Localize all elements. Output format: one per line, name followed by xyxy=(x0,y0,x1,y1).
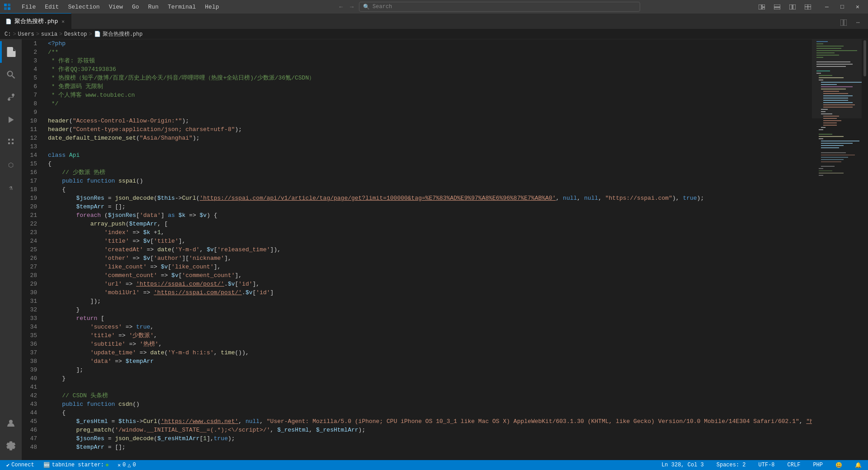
breadcrumb-file[interactable]: 聚合热搜榜.php xyxy=(103,30,143,38)
tab-bar: 📄 聚合热搜榜.php ✕ ⋯ xyxy=(0,14,868,29)
line-num-22: 22 xyxy=(22,220,41,228)
svg-rect-64 xyxy=(821,152,846,153)
menu-view[interactable]: View xyxy=(105,3,127,11)
status-bell[interactable]: 🔔 xyxy=(852,460,864,470)
search-bar[interactable]: 🔍 Search xyxy=(359,2,640,12)
layout-btn-3[interactable] xyxy=(786,0,799,14)
status-git-branch[interactable]: ✔ Connect xyxy=(4,460,37,470)
activity-extensions[interactable] xyxy=(0,132,22,153)
code-line-23: 'index' => $k +1, xyxy=(48,228,812,237)
line-num-48: 48 xyxy=(22,443,41,451)
code-line-13 xyxy=(48,142,812,151)
svg-rect-3 xyxy=(8,7,10,10)
activity-source-control[interactable] xyxy=(0,86,22,108)
activity-run[interactable] xyxy=(0,109,22,131)
menu-edit[interactable]: Edit xyxy=(41,3,62,11)
activity-testing[interactable]: ⚗ xyxy=(0,177,22,198)
activity-settings[interactable] xyxy=(0,435,22,456)
line-num-39: 39 xyxy=(22,366,41,374)
status-connect-label: Connect xyxy=(11,462,34,468)
svg-rect-45 xyxy=(823,104,855,105)
line-num-35: 35 xyxy=(22,331,41,340)
status-feedback[interactable]: 😃 xyxy=(833,460,845,470)
svg-rect-65 xyxy=(821,155,855,155)
line-num-28: 28 xyxy=(22,271,41,280)
line-num-15: 15 xyxy=(22,160,41,168)
line-num-32: 32 xyxy=(22,306,41,314)
line-num-36: 36 xyxy=(22,340,41,348)
status-errors[interactable]: ✕ 0 △ 0 xyxy=(115,460,139,470)
line-num-42: 42 xyxy=(22,391,41,400)
svg-rect-20 xyxy=(816,43,823,44)
editor-scrollbar[interactable] xyxy=(862,39,868,460)
layout-btn-4[interactable] xyxy=(801,0,815,14)
line-num-19: 19 xyxy=(22,194,41,202)
line-num-47: 47 xyxy=(22,434,41,443)
nav-forward-button[interactable]: → xyxy=(348,3,355,11)
activity-remote-explorer[interactable]: ⬡ xyxy=(0,154,22,176)
svg-rect-29 xyxy=(816,66,846,67)
tab-active[interactable]: 📄 聚合热搜榜.php ✕ xyxy=(0,13,71,29)
layout-btn-1[interactable] xyxy=(755,0,769,14)
code-line-24: 'title' => $v['title'], xyxy=(48,237,812,245)
menu-file[interactable]: File xyxy=(18,3,39,11)
menu-help[interactable]: Help xyxy=(201,3,222,11)
svg-rect-4 xyxy=(759,5,761,9)
tab-file-icon: 📄 xyxy=(5,19,12,24)
status-line-ending[interactable]: CRLF xyxy=(785,460,803,470)
activity-explorer[interactable] xyxy=(0,41,22,63)
code-line-5: * 热搜榜（知乎/微博/百度/历史上的今天/抖音/哔哩哔哩（热搜+全站日榜)/少… xyxy=(48,74,812,82)
more-actions-button[interactable]: ⋯ xyxy=(852,16,864,29)
status-tabnine[interactable]: 🆕 tabnine starter: xyxy=(41,460,111,470)
activity-bar: ⬡ ⚗ xyxy=(0,39,22,460)
status-position[interactable]: Ln 328, Col 3 xyxy=(659,460,707,470)
minimize-button[interactable]: ― xyxy=(820,0,834,14)
status-language[interactable]: PHP xyxy=(810,460,826,470)
menu-go[interactable]: Go xyxy=(128,3,143,11)
breadcrumb-users[interactable]: Users xyxy=(18,31,34,38)
menu-run[interactable]: Run xyxy=(144,3,162,11)
line-num-34: 34 xyxy=(22,323,41,331)
svg-rect-73 xyxy=(819,175,823,176)
code-line-18: { xyxy=(48,185,812,194)
status-spaces[interactable]: Spaces: 2 xyxy=(714,460,749,470)
menu-terminal[interactable]: Terminal xyxy=(164,3,199,11)
breadcrumb-suxia[interactable]: suxia xyxy=(41,31,57,38)
app-icon xyxy=(4,3,11,10)
svg-rect-1 xyxy=(8,4,10,6)
code-line-22: array_push($tempArr, [ xyxy=(48,220,812,228)
nav-back-button[interactable]: ← xyxy=(337,3,344,11)
layout-btn-2[interactable] xyxy=(770,0,784,14)
bell-icon: 🔔 xyxy=(855,462,862,469)
code-line-32: } xyxy=(48,306,812,314)
title-bar-right: ― □ ✕ xyxy=(755,0,864,14)
code-line-26: 'other' => $v['author']['nickname'], xyxy=(48,254,812,263)
scrollbar-thumb[interactable] xyxy=(863,40,866,76)
svg-rect-15 xyxy=(844,19,847,26)
breadcrumb-desktop[interactable]: Desktop xyxy=(64,31,87,38)
line-num-45: 45 xyxy=(22,417,41,426)
line-num-17: 17 xyxy=(22,177,41,185)
close-button[interactable]: ✕ xyxy=(851,0,864,14)
svg-rect-47 xyxy=(821,109,828,110)
breadcrumb-c[interactable]: C: xyxy=(5,31,11,38)
line-num-20: 20 xyxy=(22,202,41,211)
svg-rect-26 xyxy=(816,57,823,58)
activity-search[interactable] xyxy=(0,64,22,85)
tab-close-button[interactable]: ✕ xyxy=(61,18,66,25)
split-editor-button[interactable] xyxy=(837,16,850,29)
menu-selection[interactable]: Selection xyxy=(64,3,103,11)
svg-rect-21 xyxy=(816,46,844,47)
code-line-48: $tempArr = []; xyxy=(48,443,812,451)
activity-accounts[interactable] xyxy=(0,412,22,434)
title-bar-center: ← → 🔍 Search xyxy=(337,2,640,12)
status-tabnine-dot xyxy=(106,464,108,466)
status-encoding[interactable]: UTF-8 xyxy=(756,460,778,470)
code-editor[interactable]: <?php /** * 作者: 苏筱顿 * 作者QQ:3074193836 * … xyxy=(44,39,812,460)
line-num-2: 2 xyxy=(22,48,41,56)
line-num-33: 33 xyxy=(22,314,41,323)
maximize-button[interactable]: □ xyxy=(835,0,849,14)
line-num-9: 9 xyxy=(22,108,41,117)
code-line-34: 'success' => true, xyxy=(48,323,812,331)
svg-rect-55 xyxy=(821,127,826,128)
